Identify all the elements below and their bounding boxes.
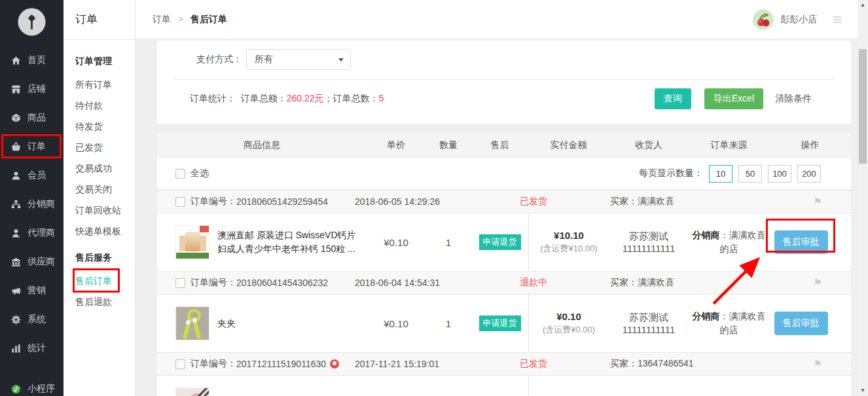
aftersale-approve-button[interactable]: 售后审批 <box>774 312 828 335</box>
sidebar-item-home[interactable]: 首页 <box>0 46 63 75</box>
unit-price: ¥0.10 <box>367 237 425 248</box>
payment-method-label: 支付方式： <box>196 54 242 65</box>
supplier-icon <box>10 257 22 267</box>
aftersale-orders-page: { "topbar": { "breadcrumb": {"parent": "… <box>0 0 868 396</box>
sidebar-item-agents[interactable]: 代理商 <box>0 219 63 247</box>
sidebar-item-orders[interactable]: 订单 <box>0 132 63 161</box>
aftersale-status-badge: 申请退货 <box>479 234 521 250</box>
sidebar-item-label: 会员 <box>27 170 46 181</box>
sidebar-item-marketing[interactable]: 营销 <box>0 276 63 305</box>
query-button[interactable]: 查询 <box>655 88 691 109</box>
submenu-item-aftersale-orders[interactable]: 售后订单 <box>75 270 135 291</box>
order-source-cell: 分销商：满满欢喜的店 <box>689 228 769 256</box>
stats-icon <box>10 343 22 353</box>
payment-method-select[interactable]: 所有 <box>246 49 351 70</box>
page-size-label: 每页显示数量： <box>639 168 703 179</box>
order-total-amount: 260.22元 <box>287 93 324 103</box>
distributor-icon <box>10 199 22 209</box>
page-size-50[interactable]: 50 <box>738 165 762 183</box>
receiver-name: 苏苏测试 <box>629 312 668 324</box>
col-actions: 操作 <box>769 139 851 151</box>
receiver-name: 苏苏测试 <box>629 230 668 243</box>
sidebar-item-statistics[interactable]: 统计 <box>0 334 63 363</box>
order-product-row: 夹夹 ¥0.10 1 申请退货 ¥0.10 (含运费¥0.00) 苏苏测试 11… <box>157 295 851 352</box>
scroll-down-icon[interactable]: ▼ <box>858 386 868 396</box>
col-quantity: 数量 <box>425 139 471 151</box>
sidebar-item-shop[interactable]: 店铺 <box>0 75 63 103</box>
product-image <box>175 306 209 340</box>
shop-avatar[interactable] <box>753 9 774 30</box>
shop-icon <box>10 84 22 94</box>
export-excel-button[interactable]: 导出Excel <box>704 88 763 109</box>
col-paid-amount: 实付金额 <box>528 139 609 151</box>
submenu-item-shipped[interactable]: 已发货 <box>75 137 135 158</box>
app-logo <box>17 7 46 37</box>
order-status: 退款中 <box>486 277 581 289</box>
home-icon <box>10 55 22 65</box>
select-all-checkbox[interactable] <box>175 169 185 179</box>
order-icon <box>10 141 22 152</box>
sidebar-item-miniapp[interactable]: 小程序 <box>0 374 63 396</box>
paid-amount-cell <box>528 376 609 396</box>
miniapp-icon <box>10 384 22 394</box>
sidebar-item-products[interactable]: 商品 <box>0 103 63 132</box>
main-content: 支付方式： 所有 订单统计： 订单总额：260.22元；订单总数：5 查询 导出… <box>136 39 858 396</box>
sidebar-item-label: 店铺 <box>27 83 46 95</box>
submenu-item-recycle-bin[interactable]: 订单回收站 <box>75 200 135 221</box>
flag-icon[interactable]: ⚑ <box>814 358 851 370</box>
order-header-row: 订单编号：201712111519011630 2017-11-21 15:19… <box>157 352 851 376</box>
clear-filters-link[interactable]: 清除条件 <box>775 93 812 105</box>
sidebar-item-label: 营销 <box>27 285 46 297</box>
product-title[interactable]: 夹夹 <box>217 317 367 331</box>
paid-amount-cell: ¥10.10 (含运费¥10.00) <box>528 213 609 271</box>
breadcrumb: 订单 > 售后订单 <box>136 14 227 26</box>
submenu-title: 订单 <box>63 0 135 40</box>
order-checkbox[interactable] <box>175 278 185 288</box>
shipping-note: (含运费¥0.00) <box>543 324 595 336</box>
order-number: 订单编号：201712111519011630 <box>190 358 355 370</box>
flag-icon[interactable]: ⚑ <box>814 277 851 289</box>
paid-amount: ¥10.10 <box>554 230 584 241</box>
menu-toggle-icon[interactable]: ≡ <box>833 13 842 26</box>
breadcrumb-current: 售后订单 <box>190 14 227 24</box>
sidebar-item-label: 首页 <box>27 54 46 66</box>
breadcrumb-parent[interactable]: 订单 <box>153 14 171 24</box>
main-nav: 首页 店铺 商品 订单 会员 分销商 代理商 供应商 <box>0 46 63 396</box>
submenu-section-heading: 订单管理 <box>75 53 135 69</box>
flag-icon[interactable]: ⚑ <box>814 196 851 207</box>
col-receiver: 收货人 <box>609 139 689 151</box>
paid-amount: ¥0.10 <box>556 311 581 322</box>
page-size-100[interactable]: 100 <box>768 165 791 183</box>
sidebar-item-suppliers[interactable]: 供应商 <box>0 247 63 276</box>
receiver-cell: 苏苏测试 11111111111 <box>609 230 689 254</box>
page-size-200[interactable]: 200 <box>797 165 821 183</box>
page-scrollbar[interactable]: ▲ ▼ <box>858 0 868 396</box>
order-status: 已发货 <box>486 358 581 370</box>
sidebar-item-label: 小程序 <box>27 383 55 395</box>
sidebar-item-system[interactable]: 系统 <box>0 305 63 334</box>
col-order-source: 订单来源 <box>689 139 769 151</box>
submenu-item-waybill-template[interactable]: 快递单模板 <box>75 221 135 242</box>
order-number: 订单编号：201806051429259454 <box>190 196 355 207</box>
submenu-item-trade-success[interactable]: 交易成功 <box>75 158 135 179</box>
sidebar-item-label: 系统 <box>27 314 46 325</box>
submenu-item-aftersale-refunds[interactable]: 售后退款 <box>75 291 135 312</box>
submenu-item-trade-closed[interactable]: 交易关闭 <box>75 179 135 200</box>
order-buyer: 买家：满满欢喜 <box>581 277 814 289</box>
sidebar-item-distributors[interactable]: 分销商 <box>0 190 63 219</box>
col-aftersale: 售后 <box>471 139 528 151</box>
submenu-item-all-orders[interactable]: 所有订单 <box>75 74 135 95</box>
agent-icon <box>10 228 22 238</box>
aftersale-approve-button[interactable]: 售后审批 <box>774 230 828 254</box>
scrollbar-thumb[interactable] <box>859 49 867 164</box>
col-unit-price: 单价 <box>367 139 425 151</box>
filter-panel: 支付方式： 所有 订单统计： 订单总额：260.22元；订单总数：5 查询 导出… <box>157 41 851 124</box>
page-size-10[interactable]: 10 <box>709 165 732 183</box>
product-title[interactable]: 澳洲直邮 原装进口 SwisseVD钙片 妇成人青少年中老年补钙 150粒 ..… <box>217 228 367 256</box>
submenu-item-pending-payment[interactable]: 待付款 <box>75 95 135 116</box>
sidebar-item-members[interactable]: 会员 <box>0 161 63 190</box>
order-checkbox[interactable] <box>175 197 185 207</box>
order-checkbox[interactable] <box>175 359 185 369</box>
submenu-item-pending-shipment[interactable]: 待发货 <box>75 116 135 137</box>
scroll-up-icon[interactable]: ▲ <box>858 0 868 10</box>
